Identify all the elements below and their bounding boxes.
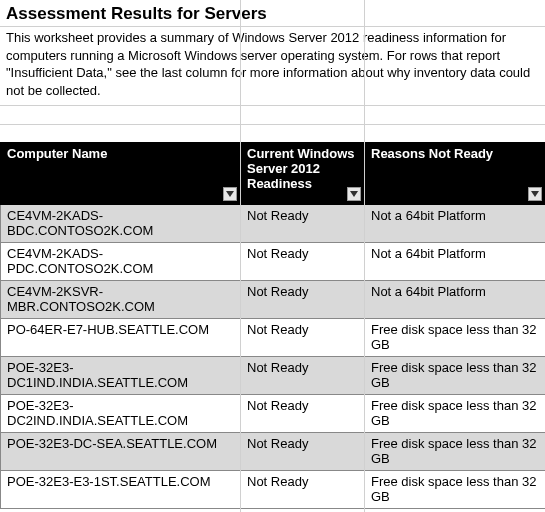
cell-readiness: Not Ready [241,433,365,471]
table-row: CE4VM-2KADS-BDC.CONTOSO2K.COM Not Ready … [1,205,546,243]
cell-reason: Not a 64bit Platform [365,281,546,319]
results-table: Computer Name Current Windows Server 201… [0,142,545,509]
cell-computer-name: POE-32E3-DC-SEA.SEATTLE.COM [1,433,241,471]
table-row: PO-64ER-E7-HUB.SEATTLE.COM Not Ready Fre… [1,319,546,357]
column-label: Current Windows Server 2012 Readiness [247,146,355,191]
page-description: This worksheet provides a summary of Win… [0,27,545,106]
svg-marker-0 [226,191,234,197]
table-row: CE4VM-2KADS-PDC.CONTOSO2K.COM Not Ready … [1,243,546,281]
cell-reason: Free disk space less than 32 GB [365,395,546,433]
svg-marker-2 [531,191,539,197]
cell-reason: Free disk space less than 32 GB [365,433,546,471]
cell-computer-name: CE4VM-2KSVR-MBR.CONTOSO2K.COM [1,281,241,319]
filter-dropdown-icon[interactable] [528,187,542,201]
column-label: Computer Name [7,146,107,161]
cell-reason: Free disk space less than 32 GB [365,471,546,509]
column-header-reasons[interactable]: Reasons Not Ready [365,143,546,205]
cell-reason: Not a 64bit Platform [365,205,546,243]
column-header-readiness[interactable]: Current Windows Server 2012 Readiness [241,143,365,205]
table-row: POE-32E3-DC-SEA.SEATTLE.COM Not Ready Fr… [1,433,546,471]
cell-computer-name: CE4VM-2KADS-PDC.CONTOSO2K.COM [1,243,241,281]
table-row: POE-32E3-DC1IND.INDIA.SEATTLE.COM Not Re… [1,357,546,395]
cell-readiness: Not Ready [241,319,365,357]
cell-readiness: Not Ready [241,395,365,433]
cell-reason: Free disk space less than 32 GB [365,357,546,395]
spacer [0,106,545,142]
page-title: Assessment Results for Servers [0,0,545,27]
cell-reason: Not a 64bit Platform [365,243,546,281]
filter-dropdown-icon[interactable] [347,187,361,201]
cell-computer-name: POE-32E3-DC1IND.INDIA.SEATTLE.COM [1,357,241,395]
cell-readiness: Not Ready [241,357,365,395]
cell-readiness: Not Ready [241,281,365,319]
cell-reason: Free disk space less than 32 GB [365,319,546,357]
svg-marker-1 [350,191,358,197]
cell-computer-name: POE-32E3-DC2IND.INDIA.SEATTLE.COM [1,395,241,433]
table-row: POE-32E3-E3-1ST.SEATTLE.COM Not Ready Fr… [1,471,546,509]
table-row: CE4VM-2KSVR-MBR.CONTOSO2K.COM Not Ready … [1,281,546,319]
table-body: CE4VM-2KADS-BDC.CONTOSO2K.COM Not Ready … [1,205,546,509]
cell-readiness: Not Ready [241,205,365,243]
cell-computer-name: PO-64ER-E7-HUB.SEATTLE.COM [1,319,241,357]
cell-computer-name: CE4VM-2KADS-BDC.CONTOSO2K.COM [1,205,241,243]
cell-readiness: Not Ready [241,471,365,509]
cell-computer-name: POE-32E3-E3-1ST.SEATTLE.COM [1,471,241,509]
filter-dropdown-icon[interactable] [223,187,237,201]
cell-readiness: Not Ready [241,243,365,281]
column-header-computer-name[interactable]: Computer Name [1,143,241,205]
column-label: Reasons Not Ready [371,146,493,161]
table-row: POE-32E3-DC2IND.INDIA.SEATTLE.COM Not Re… [1,395,546,433]
